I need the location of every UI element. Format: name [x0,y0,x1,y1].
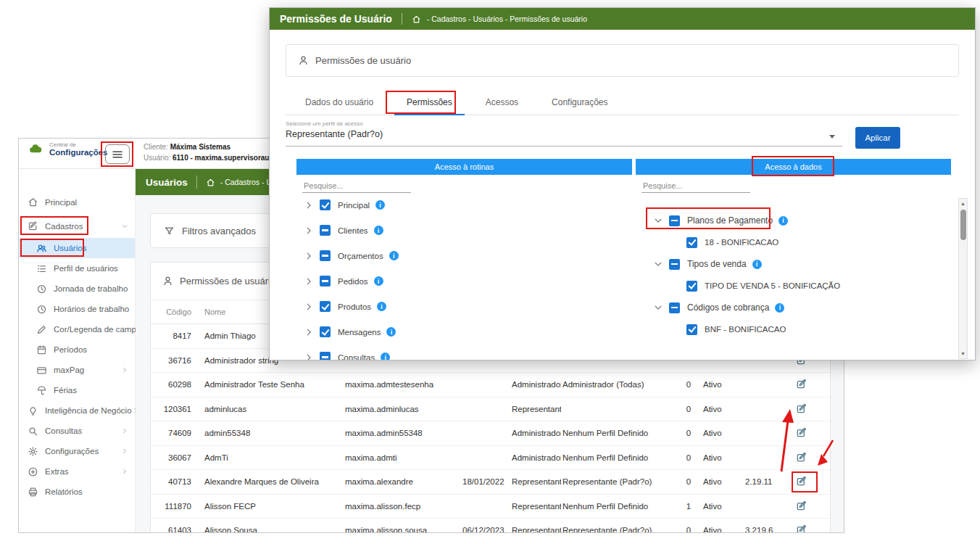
tree-item-label: Orçamentos [338,252,383,260]
checkbox-checked[interactable] [320,301,331,312]
sidebar-item-relatorios[interactable]: Relatórios [19,482,135,502]
sidebar-item-ferias[interactable]: Férias [19,380,135,400]
sidebar-item-inteligencia-de-negocio[interactable]: Inteligência de Negócio [19,400,135,421]
divider [402,13,402,25]
home-icon [28,197,38,207]
home-icon[interactable] [412,15,421,24]
data-item-18-bonificacao: 18 - BONIFICACAO [636,231,951,253]
edit-user-button[interactable] [796,397,815,421]
sidebar-item-principal[interactable]: Principal [19,190,135,214]
home-icon[interactable] [206,178,215,187]
cell-status: Ativo [703,495,739,519]
info-icon[interactable]: i [374,226,383,235]
checkbox-checked[interactable] [686,324,697,335]
tree-item-label: BNF - BONIFICACAO [705,325,786,334]
edit-user-button[interactable] [796,470,815,494]
info-icon[interactable]: i [375,200,385,210]
cell-nome: Alisson FECP [204,495,342,519]
tab-acessos[interactable]: Acessos [469,89,535,115]
scroll-down-icon[interactable]: ▼ [959,349,967,358]
checkbox-partial[interactable] [669,259,680,270]
info-icon[interactable]: i [381,353,390,360]
tab-configuracoes[interactable]: Configurações [535,89,624,115]
routine-item-principal: Principali [296,192,632,218]
logo-line2: Configurações [49,148,108,157]
card-icon [36,365,47,376]
checkbox-checked[interactable] [320,326,331,337]
checkbox-checked[interactable] [320,199,331,210]
chevron-right-icon[interactable] [304,302,314,312]
column-header-codigo[interactable]: Código [162,300,191,323]
cell-data [462,421,509,445]
cell-num: 0 [680,470,697,494]
checkbox-partial[interactable] [320,352,331,360]
sidebar-item-horarios-de-trabalho[interactable]: Horários de trabalho [19,299,135,319]
cell-login: maxima.alexandre [345,470,460,494]
sidebar-item-extras[interactable]: Extras [19,461,135,482]
info-icon[interactable]: i [778,216,788,226]
checkbox-partial[interactable] [320,225,331,236]
info-icon[interactable]: i [389,251,399,260]
apply-button[interactable]: Aplicar [855,127,900,149]
sidebar-item-consultas[interactable]: Consultas [19,421,135,441]
sidebar-item-usuarios[interactable]: Usuários [19,238,135,258]
checkbox-partial[interactable] [669,302,680,313]
tree-item-label: Clientes [338,226,368,235]
chevron-right-icon[interactable] [304,200,314,210]
divider [286,146,842,147]
users-icon [36,243,47,254]
sidebar-item-cadastros[interactable]: Cadastros [19,214,135,238]
checkbox-checked[interactable] [686,281,697,292]
cell-codigo: 60298 [162,373,191,397]
chevron-down-icon[interactable] [653,302,663,313]
data-group-planos-de-pagamento: Planos de Pagamentoi [636,210,951,231]
cell-nome: AdmTi [204,446,342,470]
info-icon[interactable]: i [374,276,383,286]
tab-permissoes[interactable]: Permissões [390,89,469,115]
cell-nome: Administrador Teste Senha [204,373,342,397]
chevron-right-icon[interactable] [304,353,314,361]
edit-user-button[interactable] [796,421,815,445]
routines-panel-header: Acesso à rotinas [296,159,632,175]
data-panel-scrollbar[interactable]: ▲ ▼ [958,198,968,359]
profile-select[interactable]: Selecione um perfil de acesso Representa… [286,118,842,147]
chevron-right-icon[interactable] [304,276,314,287]
scrollbar-thumb[interactable] [960,210,966,240]
info-icon[interactable]: i [377,302,386,311]
sidebar-item-perfil-de-usuarios[interactable]: Perfil de usuários [19,258,135,279]
sidebar-item-cor-legenda-de-campos[interactable]: Cor/Legenda de campos [19,319,135,339]
cell-data: 06/12/2023 [462,519,509,533]
tab-label: Permissões [407,97,452,107]
edit-user-button[interactable] [796,446,815,470]
sidebar-item-periodos[interactable]: Períodos [19,339,135,360]
cell-versao [745,446,790,470]
chevron-right-icon[interactable] [304,251,314,261]
tree-item-label: 18 - BONIFICACAO [705,238,778,247]
info-icon[interactable]: i [752,260,762,269]
cell-codigo: 40713 [162,470,191,494]
chevron-down-icon[interactable] [653,259,663,269]
chevron-right-icon[interactable] [304,226,314,236]
cell-versao [745,421,790,445]
checkbox-partial[interactable] [669,215,680,226]
sidebar-item-configuracoes[interactable]: Configurações [19,441,135,461]
edit-user-button[interactable] [796,373,815,397]
scroll-up-icon[interactable]: ▲ [959,199,967,208]
menu-toggle-button[interactable] [105,144,130,164]
edit-user-button[interactable] [796,519,815,533]
sidebar-item-maxpag[interactable]: maxPag [19,360,135,380]
tab-dados-do-usuario[interactable]: Dados do usuário [288,89,390,115]
cell-perfil_acesso: Nenhum Perfil Definido [562,421,681,445]
info-icon[interactable]: i [386,327,396,337]
checkbox-checked[interactable] [686,237,697,248]
sidebar-item-jornada-de-trabalho[interactable]: Jornada de trabalho [19,279,135,299]
routines-search-input[interactable] [302,179,411,193]
tree-item-label: Mensagens [338,328,381,337]
edit-user-button[interactable] [796,495,815,519]
info-icon[interactable]: i [775,303,784,313]
chevron-down-icon[interactable] [653,215,663,226]
chevron-right-icon[interactable] [304,327,314,337]
checkbox-partial[interactable] [320,276,331,287]
data-search-input[interactable] [641,179,750,193]
checkbox-partial[interactable] [320,250,331,261]
